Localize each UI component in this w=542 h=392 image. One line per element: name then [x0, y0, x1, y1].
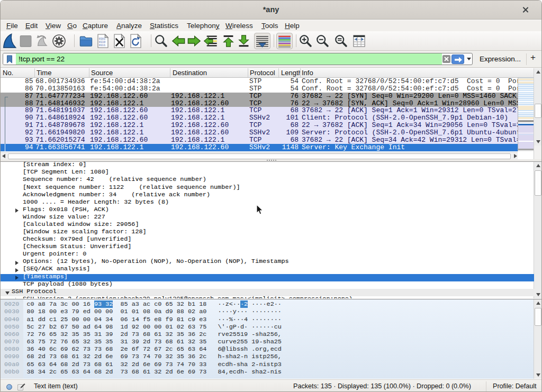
svg-text:0111: 0111	[98, 43, 105, 46]
